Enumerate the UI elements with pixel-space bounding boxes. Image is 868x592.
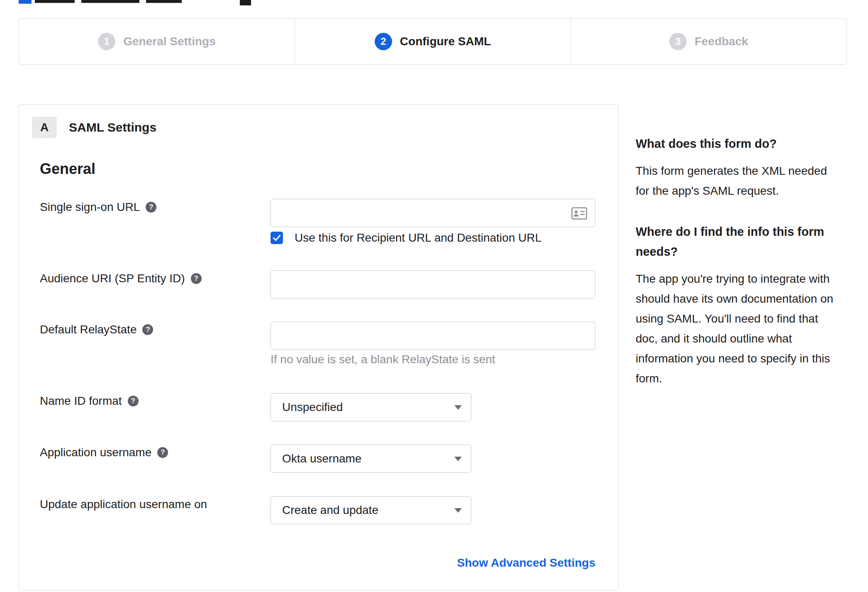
help-sidebar: What does this form do? This form genera…: [636, 134, 845, 409]
relay-state-label-text: Default RelayState: [40, 323, 137, 337]
audience-uri-label-text: Audience URI (SP Entity ID): [40, 272, 185, 286]
app-username-help-icon[interactable]: ?: [157, 447, 168, 458]
wizard-stepper: 1 General Settings 2 Configure SAML 3 Fe…: [19, 18, 847, 65]
chevron-down-icon: [454, 405, 462, 410]
app-username-label: Application username ?: [40, 445, 168, 460]
clipped-header-fragment: [35, 0, 75, 3]
show-advanced-settings-link[interactable]: Show Advanced Settings: [271, 556, 595, 570]
relay-state-input[interactable]: [271, 322, 595, 350]
name-id-format-label-text: Name ID format: [40, 394, 122, 408]
sso-url-input[interactable]: [271, 199, 595, 227]
update-username-label: Update application username on: [40, 497, 207, 511]
name-id-format-value: Unspecified: [282, 401, 343, 414]
audience-uri-help-icon[interactable]: ?: [191, 273, 202, 284]
update-username-value: Create and update: [282, 504, 378, 517]
relay-state-label: Default RelayState ?: [40, 323, 153, 337]
update-username-label-text: Update application username on: [40, 497, 207, 511]
sidebar-heading-what: What does this form do?: [636, 134, 845, 154]
app-username-value: Okta username: [282, 452, 361, 465]
name-id-format-select[interactable]: Unspecified: [271, 393, 471, 421]
name-id-format-label: Name ID format ?: [40, 394, 139, 408]
sidebar-heading-where: Where do I find the info this form needs…: [636, 222, 845, 262]
step-1-label: General Settings: [123, 35, 216, 48]
name-id-format-help-icon[interactable]: ?: [128, 396, 139, 406]
step-3-label: Feedback: [695, 35, 748, 48]
audience-uri-label: Audience URI (SP Entity ID) ?: [40, 272, 202, 286]
app-username-label-text: Application username: [40, 445, 151, 460]
step-feedback[interactable]: 3 Feedback: [571, 19, 846, 64]
step-3-circle: 3: [669, 33, 687, 50]
section-a-badge: A: [32, 117, 57, 138]
step-2-label: Configure SAML: [400, 35, 491, 48]
app-username-select[interactable]: Okta username: [271, 445, 471, 473]
step-2-circle: 2: [375, 33, 392, 50]
sso-url-help-icon[interactable]: ?: [146, 202, 156, 213]
sidebar-body-where: The app you're trying to integrate with …: [636, 269, 845, 389]
step-general-settings[interactable]: 1 General Settings: [19, 19, 295, 64]
update-username-select[interactable]: Create and update: [271, 496, 471, 524]
step-1-circle: 1: [98, 33, 115, 50]
clipped-header-fragment: [81, 0, 139, 3]
section-title: SAML Settings: [69, 120, 156, 135]
saml-settings-panel: A SAML Settings General Single sign-on U…: [19, 104, 619, 591]
audience-uri-input[interactable]: [271, 270, 595, 298]
recipient-url-checkbox-row: Use this for Recipient URL and Destinati…: [271, 231, 541, 245]
group-title-general: General: [40, 160, 95, 178]
step-configure-saml[interactable]: 2 Configure SAML: [295, 19, 571, 64]
relay-state-helper-text: If no value is set, a blank RelayState i…: [271, 353, 495, 366]
clipped-header-fragment: [146, 0, 182, 3]
sso-url-input-wrap: [271, 199, 595, 227]
chevron-down-icon: [454, 457, 462, 461]
sso-url-label-text: Single sign-on URL: [40, 200, 140, 214]
clipped-header-icon-fragment: [240, 0, 251, 5]
clipped-logo-fragment: [19, 0, 32, 4]
recipient-url-checkbox[interactable]: [271, 232, 283, 244]
relay-state-help-icon[interactable]: ?: [142, 324, 153, 335]
sidebar-body-what: This form generates the XML needed for t…: [636, 161, 845, 201]
recipient-url-checkbox-label: Use this for Recipient URL and Destinati…: [295, 231, 541, 245]
chevron-down-icon: [454, 508, 462, 513]
sso-url-label: Single sign-on URL ?: [40, 200, 156, 214]
